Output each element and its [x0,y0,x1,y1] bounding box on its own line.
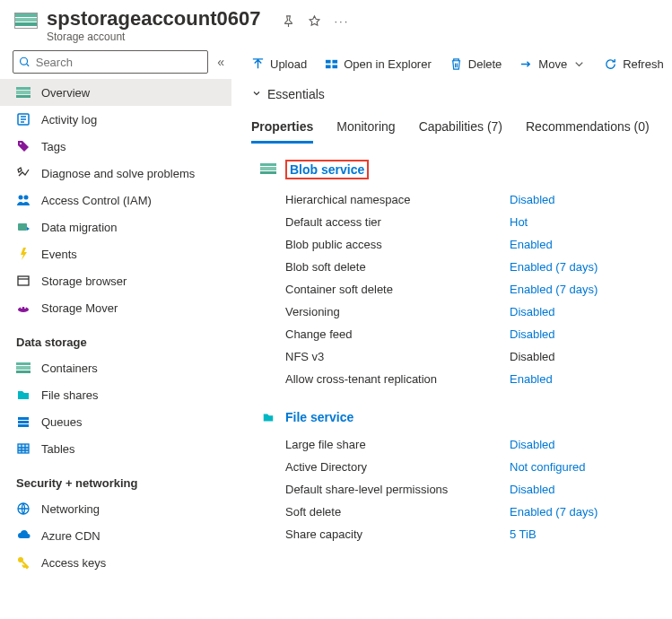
property-row: Share capacity5 TiB [260,523,672,545]
nav-label: Access keys [41,556,106,570]
nav-item-cdn[interactable]: Azure CDN [0,522,231,549]
nav-label: Storage browser [41,275,127,288]
resource-subtitle: Storage account [47,31,260,43]
property-value[interactable]: Hot [510,215,528,229]
search-input[interactable] [13,50,208,74]
nav-label: Queues [41,415,83,429]
svg-rect-12 [18,424,29,427]
svg-rect-18 [333,60,338,64]
svg-point-4 [24,196,29,200]
svg-point-7 [18,307,29,312]
upload-button[interactable]: Upload [251,57,307,71]
property-value[interactable]: Disabled [510,193,555,206]
property-label: Active Directory [285,460,510,474]
nav-item-activity[interactable]: Activity log [0,106,231,133]
keys-icon [16,555,31,570]
svg-rect-19 [333,65,338,68]
nav-item-mover[interactable]: Storage Mover [0,294,231,321]
property-value[interactable]: Disabled [510,327,555,341]
property-value[interactable]: Enabled [510,372,553,386]
nav-label: Tables [41,442,75,456]
refresh-button[interactable]: Refresh [604,57,664,71]
property-value[interactable]: Enabled [510,238,553,251]
nav-item-containers[interactable]: Containers [0,354,231,381]
property-value[interactable]: Enabled (7 days) [510,505,598,519]
nav-item-overview[interactable]: Overview [0,79,231,106]
move-button[interactable]: Move [519,57,586,71]
iam-icon [16,193,31,207]
property-value[interactable]: Enabled (7 days) [510,283,598,296]
nav-item-tables[interactable]: Tables [0,435,231,462]
property-row: NFS v3Disabled [260,345,672,368]
property-value[interactable]: Disabled [510,438,555,451]
fileshares-icon [16,388,31,402]
svg-rect-16 [326,60,331,64]
section-title-blob[interactable]: Blob service [285,160,369,179]
property-value[interactable]: Not configured [510,460,586,474]
properties-content: Blob serviceHierarchical namespaceDisabl… [248,144,672,619]
section-title-file[interactable]: File service [285,410,353,424]
tab-monitoring[interactable]: Monitoring [336,114,395,144]
property-row: Blob soft deleteEnabled (7 days) [260,256,672,278]
chevron-down-icon [251,88,262,100]
overview-icon [16,85,31,100]
tab-properties[interactable]: Properties [251,114,313,144]
nav-label: Diagnose and solve problems [41,167,195,180]
pin-icon[interactable] [282,14,295,31]
essentials-toggle[interactable]: Essentials [248,80,672,109]
property-row: Allow cross-tenant replicationEnabled [260,368,672,390]
section-head-file: File service [260,410,672,424]
property-label: Large file share [285,438,510,451]
property-label: Share capacity [285,527,510,541]
toolbar: Upload Open in Explorer Delete Move [248,52,672,80]
nav-list: OverviewActivity logTagsDiagnose and sol… [0,79,231,619]
nav-item-queues[interactable]: Queues [0,408,231,435]
search-field[interactable] [36,56,202,69]
open-explorer-button[interactable]: Open in Explorer [325,57,432,71]
nav-item-browser[interactable]: Storage browser [0,267,231,294]
property-value[interactable]: 5 TiB [510,527,537,541]
property-row: Blob public accessEnabled [260,233,672,256]
tab-recommendations-[interactable]: Recommendations (0) [526,114,650,144]
nav-section-storage: Data storage [0,321,231,354]
svg-rect-10 [18,417,29,420]
property-value[interactable]: Enabled (7 days) [510,260,598,274]
nav-item-events[interactable]: Events [0,240,231,267]
svg-point-9 [24,307,26,309]
nav-item-iam[interactable]: Access Control (IAM) [0,187,231,214]
property-row: Default access tierHot [260,211,672,233]
property-value[interactable]: Disabled [510,305,555,318]
containers-icon [16,361,31,375]
delete-button[interactable]: Delete [449,57,502,71]
collapse-sidebar-icon[interactable]: « [217,55,224,69]
property-value: Disabled [510,350,555,363]
property-label: Blob soft delete [285,260,510,274]
more-icon[interactable]: ··· [334,14,349,31]
nav-item-migration[interactable]: Data migration [0,214,231,240]
browser-icon [16,274,31,288]
tab-capabilities-[interactable]: Capabilities (7) [419,114,502,144]
mover-icon [16,301,31,315]
nav-item-keys[interactable]: Access keys [0,549,231,576]
tabs: PropertiesMonitoringCapabilities (7)Reco… [248,109,672,144]
favorite-icon[interactable] [308,14,321,31]
nav-label: Tags [41,140,65,153]
svg-point-8 [21,307,22,309]
nav-label: Azure CDN [41,529,100,543]
chevron-down-icon [572,57,586,71]
property-label: Versioning [285,305,510,318]
nav-item-networking[interactable]: Networking [0,495,231,522]
file-icon [260,411,276,423]
nav-label: Activity log [41,113,97,126]
nav-item-fileshares[interactable]: File shares [0,381,231,408]
property-row: Active DirectoryNot configured [260,456,672,478]
nav-item-diagnose[interactable]: Diagnose and solve problems [0,160,231,187]
property-row: Soft deleteEnabled (7 days) [260,501,672,523]
property-label: NFS v3 [285,350,510,363]
cdn-icon [16,528,31,543]
nav-label: Events [41,248,77,261]
nav-label: Storage Mover [41,301,118,315]
property-value[interactable]: Disabled [510,483,555,496]
activity-icon [16,112,31,126]
nav-item-tags[interactable]: Tags [0,133,231,160]
